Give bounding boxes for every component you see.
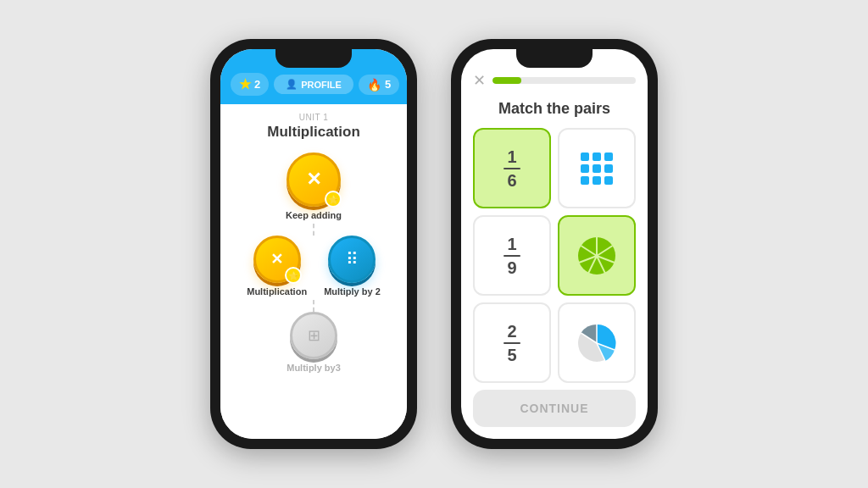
- profile-button[interactable]: 👤 PROFILE: [274, 75, 353, 94]
- numerator-3: 2: [507, 322, 516, 341]
- dot-1: [581, 152, 589, 161]
- fraction-line-2: [504, 255, 520, 257]
- denominator-2: 9: [507, 258, 516, 277]
- dot-8: [593, 176, 601, 185]
- star-icon: ★: [239, 76, 251, 92]
- fire-icon: 🔥: [367, 78, 381, 92]
- grid-icon: ⊞: [308, 326, 320, 345]
- x-mark-icon: ✕: [306, 170, 321, 189]
- phone2-screen: ✕ Match the pairs 1 6: [461, 49, 648, 439]
- dot-6: [604, 164, 613, 173]
- progress-bar-fill: [492, 77, 521, 84]
- match-card-partial-pie[interactable]: [558, 302, 636, 383]
- dot-9: [604, 176, 613, 185]
- progress-bar: [492, 77, 636, 84]
- pie-chart-icon: [575, 234, 619, 278]
- denominator-1: 6: [507, 171, 516, 190]
- unit-title: Multiplication: [267, 124, 360, 141]
- stars-count: 2: [254, 78, 260, 91]
- lesson-multiply-by-2[interactable]: ⠿ Multiply by 2: [324, 236, 381, 297]
- fraction-2-5: 2 5: [504, 322, 520, 364]
- fraction-line-1: [504, 168, 520, 169]
- lesson-circle-multiply2: ⠿: [328, 236, 376, 283]
- connector-1: [313, 224, 314, 236]
- fraction-1-6: 1 6: [504, 147, 520, 190]
- learning-path: ✕ ⭐ Keep adding ✕: [229, 152, 398, 376]
- match-grid: 1 6: [461, 128, 648, 383]
- fire-count: 5: [385, 78, 391, 91]
- path-row-3: ⊞ Multiply by3: [229, 312, 398, 373]
- lesson-multiply-by-3[interactable]: ⊞ Multiply by3: [287, 312, 341, 373]
- lesson-keep-adding[interactable]: ✕ ⭐ Keep adding: [286, 152, 342, 220]
- phone1-content: UNIT 1 Multiplication ✕ ⭐ Keep adding: [220, 104, 407, 439]
- unit-label: UNIT 1: [299, 113, 329, 122]
- dots-icon: ⠿: [346, 249, 359, 269]
- fraction-1-9: 1 9: [504, 235, 520, 277]
- lesson-circle-multiply3: ⊞: [290, 312, 337, 359]
- person-icon: 👤: [286, 79, 298, 90]
- phone-1: ★ 2 👤 PROFILE 🔥 5 UNIT 1 Multiplica: [210, 39, 417, 449]
- match-card-fraction-1-6[interactable]: 1 6: [473, 128, 551, 208]
- phone2-notch: [516, 49, 593, 68]
- dot-2: [593, 152, 601, 161]
- scene: ★ 2 👤 PROFILE 🔥 5 UNIT 1 Multiplica: [0, 0, 868, 488]
- numerator-1: 1: [507, 147, 516, 166]
- dot-3: [604, 152, 613, 161]
- lesson-label-keep-adding: Keep adding: [286, 210, 342, 220]
- dot-5: [593, 164, 601, 173]
- match-card-pie[interactable]: [558, 215, 636, 296]
- lesson-multiplication[interactable]: ✕ ⭐ Multiplication: [247, 236, 307, 297]
- fraction-line-3: [504, 342, 520, 344]
- match-pairs-title: Match the pairs: [461, 95, 648, 128]
- grid-dots-icon: [574, 146, 620, 191]
- numerator-2: 1: [507, 235, 516, 253]
- lesson-circle-multiplication: ✕ ⭐: [253, 236, 301, 283]
- profile-label: PROFILE: [301, 80, 342, 90]
- star-badge: ⭐: [325, 191, 342, 208]
- match-card-grid-dots[interactable]: [558, 128, 636, 208]
- dot-4: [581, 164, 589, 173]
- x-mark-icon-2: ✕: [270, 252, 283, 267]
- lesson-circle-keep-adding: ✕ ⭐: [287, 152, 341, 207]
- connector-2: [313, 300, 314, 312]
- match-card-fraction-1-9[interactable]: 1 9: [473, 215, 551, 296]
- star-badge-2: ⭐: [285, 267, 302, 284]
- close-button[interactable]: ✕: [473, 73, 486, 88]
- stars-badge: ★ 2: [231, 73, 269, 96]
- denominator-3: 5: [507, 346, 516, 364]
- match-card-fraction-2-5[interactable]: 2 5: [473, 302, 551, 383]
- path-row-2: ✕ ⭐ Multiplication ⠿ Multiply by 2: [229, 236, 398, 297]
- phone1-notch: [275, 49, 352, 68]
- continue-button[interactable]: CONTINUE: [473, 390, 636, 427]
- lesson-label-multiplication: Multiplication: [247, 286, 307, 297]
- phone1-screen: ★ 2 👤 PROFILE 🔥 5 UNIT 1 Multiplica: [220, 49, 407, 439]
- dot-7: [581, 176, 589, 185]
- fire-badge: 🔥 5: [359, 75, 399, 95]
- path-row-1: ✕ ⭐ Keep adding: [229, 152, 398, 220]
- phone-2: ✕ Match the pairs 1 6: [451, 39, 658, 449]
- lesson-label-multiply3: Multiply by3: [287, 363, 341, 373]
- lesson-label-multiply2: Multiply by 2: [324, 286, 381, 297]
- partial-pie-icon: [575, 321, 619, 365]
